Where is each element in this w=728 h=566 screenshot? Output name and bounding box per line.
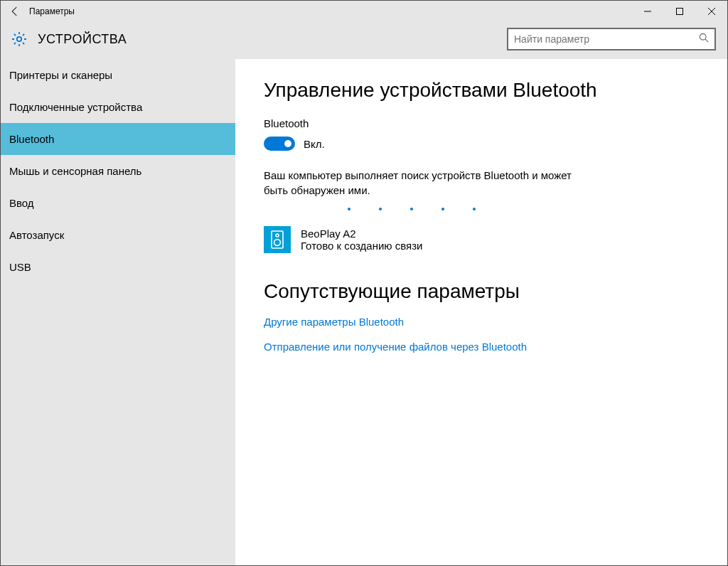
related-heading: Сопутствующие параметры [264, 280, 699, 303]
svg-line-6 [705, 39, 708, 42]
content: Управление устройствами Bluetooth Blueto… [235, 59, 727, 565]
device-item[interactable]: BeoPlay A2 Готово к созданию связи [264, 226, 699, 253]
toggle-caption: Bluetooth [264, 117, 699, 129]
sidebar-item-label: USB [9, 261, 31, 273]
svg-point-9 [274, 240, 281, 246]
progress-dots [348, 208, 699, 210]
sidebar-item-connected-devices[interactable]: Подключенные устройства [1, 91, 235, 123]
sidebar-item-label: Автозапуск [9, 229, 64, 241]
header: УСТРОЙСТВА [1, 22, 727, 59]
sidebar-item-usb[interactable]: USB [1, 251, 235, 283]
sidebar-item-label: Ввод [9, 197, 34, 209]
toggle-row: Вкл. [264, 137, 699, 151]
svg-point-4 [17, 37, 21, 41]
search-icon [699, 33, 709, 46]
sidebar-item-printers[interactable]: Принтеры и сканеры [1, 59, 235, 91]
window-title: Параметры [29, 6, 75, 16]
toggle-knob [284, 140, 291, 147]
page-heading: Управление устройствами Bluetooth [264, 79, 699, 102]
speaker-icon [264, 226, 291, 253]
body: Принтеры и сканеры Подключенные устройст… [1, 59, 727, 565]
link-more-bluetooth-settings[interactable]: Другие параметры Bluetooth [264, 316, 699, 328]
device-info: BeoPlay A2 Готово к созданию связи [301, 228, 422, 252]
sidebar-item-input[interactable]: Ввод [1, 187, 235, 219]
device-status: Готово к созданию связи [301, 240, 422, 252]
svg-point-8 [276, 234, 279, 237]
settings-gear-icon [9, 29, 29, 49]
sidebar-item-label: Мышь и сенсорная панель [9, 165, 141, 177]
titlebar: Параметры [1, 1, 727, 22]
sidebar: Принтеры и сканеры Подключенные устройст… [1, 59, 235, 565]
sidebar-item-autoplay[interactable]: Автозапуск [1, 219, 235, 251]
settings-window: Параметры УСТРОЙСТВА Принтеры и сканеры … [0, 0, 728, 566]
svg-rect-1 [676, 9, 682, 15]
close-button[interactable] [695, 1, 727, 22]
link-label: Другие параметры Bluetooth [264, 316, 404, 328]
link-send-receive-files[interactable]: Отправление или получение файлов через B… [264, 341, 699, 353]
svg-point-5 [700, 33, 706, 40]
sidebar-item-bluetooth[interactable]: Bluetooth [1, 123, 235, 155]
header-title: УСТРОЙСТВА [38, 32, 127, 47]
sidebar-item-mouse-touchpad[interactable]: Мышь и сенсорная панель [1, 155, 235, 187]
minimize-button[interactable] [631, 1, 663, 22]
related-section: Сопутствующие параметры Другие параметры… [264, 280, 699, 353]
back-button[interactable] [1, 1, 29, 22]
arrow-left-icon [9, 5, 21, 18]
status-text: Ваш компьютер выполняет поиск устройств … [264, 168, 591, 198]
search-box[interactable] [507, 28, 716, 50]
bluetooth-toggle[interactable] [264, 137, 295, 151]
toggle-state-label: Вкл. [304, 138, 325, 150]
device-name: BeoPlay A2 [301, 228, 422, 240]
search-input[interactable] [514, 33, 695, 45]
sidebar-item-label: Принтеры и сканеры [9, 69, 112, 81]
minimize-icon [644, 8, 651, 15]
sidebar-item-label: Подключенные устройства [9, 101, 142, 113]
close-icon [708, 8, 715, 15]
maximize-button[interactable] [663, 1, 695, 22]
sidebar-item-label: Bluetooth [9, 133, 54, 145]
link-label: Отправление или получение файлов через B… [264, 341, 527, 353]
maximize-icon [676, 8, 683, 15]
